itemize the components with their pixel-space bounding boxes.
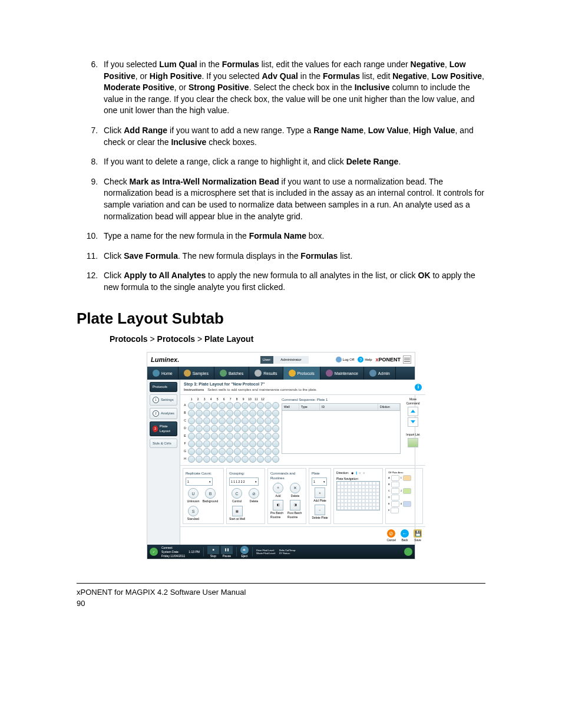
well[interactable] [249, 433, 256, 440]
control-button[interactable]: C [232, 488, 242, 499]
add-plate-button[interactable]: + [315, 487, 325, 498]
well[interactable] [219, 410, 226, 417]
plate-select[interactable]: 1▾ [312, 477, 327, 486]
well[interactable] [188, 425, 195, 432]
well[interactable] [196, 433, 203, 440]
eject-button[interactable]: ⏏ [240, 546, 249, 554]
import-list-button[interactable] [408, 438, 418, 447]
well[interactable] [219, 417, 226, 424]
well[interactable] [188, 456, 195, 463]
well[interactable] [219, 402, 226, 409]
well[interactable] [211, 410, 218, 417]
well[interactable] [249, 402, 256, 409]
well[interactable] [188, 433, 195, 440]
well[interactable] [242, 417, 249, 424]
grouping-input[interactable]: 1 1 1 2 2 2▾ [229, 477, 259, 486]
well[interactable] [265, 410, 272, 417]
well[interactable] [257, 402, 264, 409]
info-icon[interactable]: i [415, 384, 422, 391]
delete-plate-button[interactable]: − [315, 505, 325, 515]
well[interactable] [226, 433, 233, 440]
well[interactable] [196, 456, 203, 463]
well[interactable] [219, 448, 226, 455]
well[interactable] [257, 440, 264, 447]
well[interactable] [265, 456, 272, 463]
well[interactable] [265, 440, 272, 447]
pause-button[interactable]: ❚❚ [221, 546, 233, 554]
well[interactable] [242, 425, 249, 432]
well[interactable] [203, 417, 210, 424]
tab-maintenance[interactable]: Maintenance [320, 367, 364, 380]
well[interactable] [272, 448, 279, 455]
move-up-button[interactable] [408, 407, 418, 416]
well[interactable] [219, 456, 226, 463]
well[interactable] [196, 440, 203, 447]
well[interactable] [242, 410, 249, 417]
background-button[interactable]: B [205, 488, 216, 499]
well[interactable] [257, 425, 264, 432]
well[interactable] [272, 417, 279, 424]
well[interactable] [188, 440, 195, 447]
direction-horizontal[interactable]: ○ [359, 471, 361, 475]
well[interactable] [211, 440, 218, 447]
back-button[interactable]: ←Back [401, 529, 409, 542]
cmd-table[interactable]: Well Type ID Dilution [282, 403, 401, 454]
well[interactable] [265, 402, 272, 409]
well[interactable] [203, 456, 210, 463]
well[interactable] [234, 433, 241, 440]
plate-grid[interactable]: 123456789101112 ABCDEFGH [183, 397, 279, 463]
well[interactable] [249, 417, 256, 424]
well[interactable] [203, 402, 210, 409]
sidebar-analytes[interactable]: 2Analytes [150, 408, 177, 419]
unknown-button[interactable]: U [188, 488, 199, 499]
logoff-button[interactable]: Log Off [336, 357, 355, 363]
well[interactable] [272, 433, 279, 440]
well[interactable] [272, 425, 279, 432]
tab-admin[interactable]: Admin [364, 367, 396, 380]
sidebar-plate-layout[interactable]: 3Plate Layout [150, 421, 177, 436]
well[interactable] [242, 448, 249, 455]
cancel-button[interactable]: ⊘Cancel [386, 529, 396, 542]
well[interactable] [203, 448, 210, 455]
well[interactable] [265, 425, 272, 432]
well[interactable] [249, 425, 256, 432]
prebatch-button[interactable]: ◧ [273, 500, 283, 510]
well[interactable] [265, 448, 272, 455]
menu-icon[interactable] [403, 355, 411, 364]
offplate-well[interactable] [391, 475, 399, 481]
well[interactable] [203, 425, 210, 432]
replicate-count-input[interactable]: 1▾ [186, 477, 213, 486]
sidebar-protocols[interactable]: Protocols [150, 382, 177, 391]
tab-protocols[interactable]: Protocols [283, 367, 320, 380]
well[interactable] [242, 433, 249, 440]
well[interactable] [211, 425, 218, 432]
well[interactable] [196, 402, 203, 409]
well[interactable] [211, 448, 218, 455]
tab-results[interactable]: Results [249, 367, 283, 380]
well[interactable] [226, 440, 233, 447]
add-cmd-button[interactable]: + [273, 483, 283, 493]
well[interactable] [226, 425, 233, 432]
well[interactable] [203, 410, 210, 417]
well[interactable] [196, 425, 203, 432]
well[interactable] [234, 448, 241, 455]
well[interactable] [234, 456, 241, 463]
well[interactable] [188, 402, 195, 409]
well[interactable] [188, 410, 195, 417]
well[interactable] [249, 440, 256, 447]
well[interactable] [249, 410, 256, 417]
well[interactable] [257, 433, 264, 440]
well[interactable] [242, 456, 249, 463]
well[interactable] [203, 433, 210, 440]
well[interactable] [196, 448, 203, 455]
sidebar-settings[interactable]: 1Settings [150, 394, 177, 406]
well[interactable] [242, 402, 249, 409]
tab-batches[interactable]: Batches [214, 367, 249, 380]
sidebar-stds-ctrls[interactable]: Stds & Ctrls [150, 439, 177, 448]
well[interactable] [211, 417, 218, 424]
start-at-well-button[interactable]: ▦ [232, 506, 243, 516]
well[interactable] [265, 417, 272, 424]
well[interactable] [188, 417, 195, 424]
well[interactable] [234, 402, 241, 409]
tab-samples[interactable]: Samples [178, 367, 214, 380]
